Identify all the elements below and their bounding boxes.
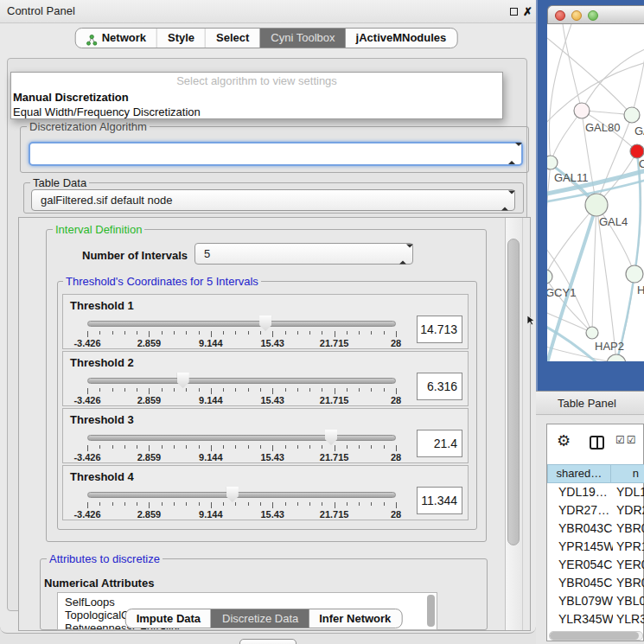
gear-icon[interactable]: ⚙ [557,431,571,450]
tick-mark [211,502,212,508]
threshold-box: Threshold 3-3.4262.8599.14415.4321.71528… [62,408,469,463]
tick-mark [384,388,385,392]
slider-thumb[interactable] [226,487,239,502]
tick-mark [347,445,348,449]
threshold-slider[interactable]: -3.4262.8599.14415.4321.71528 [87,371,396,404]
threshold-value-field[interactable]: 6.316 [417,373,462,400]
table-cell-name: YLR3 [613,610,644,623]
dropdown-option-manual-discretization[interactable]: Manual Discretization [11,90,495,105]
column-header-shared-name[interactable]: shared… [547,464,611,483]
dropdown-option-equal-width-frequency-discretization[interactable]: Equal Width/Frequency Discretization [11,105,495,119]
window-title: Control Panel [7,0,75,22]
algorithm-combobox[interactable] [29,142,523,166]
tick-mark [335,502,335,508]
vertical-scrollbar-thumb[interactable] [507,239,520,545]
threshold-slider[interactable]: -3.4262.8599.14415.4321.71528 [87,485,396,518]
scale-label: -3.426 [73,338,100,348]
slider-track[interactable] [87,492,396,498]
slider-thumb[interactable] [259,316,271,331]
tick-mark [260,388,261,392]
minimize-traffic-light-icon[interactable] [571,10,582,21]
threshold-label: Threshold 1 [70,299,134,312]
slider-thumb[interactable] [325,430,337,445]
tab-select[interactable]: Select [205,29,259,48]
number-of-intervals-combobox[interactable]: 5 [194,243,413,265]
table-cell-shared-name: YBL079W [547,592,613,610]
tick-mark [149,502,150,508]
tick-mark [124,331,125,335]
tick-mark [137,388,137,392]
tab-jactivemnodules[interactable]: jActiveMNodules [346,29,457,48]
tick-mark [162,388,163,392]
combo-stepper-icon[interactable] [501,194,508,207]
table-cell-name: YER0 [613,556,644,574]
table-row[interactable]: YLR345WYLR3 [547,610,644,623]
table-row[interactable]: YBR045CYBR0 [547,574,644,592]
table-row[interactable]: YBR043CYBR0 [547,520,644,538]
table-data-combobox[interactable]: galFiltered.sif default node [31,189,515,211]
slider-track[interactable] [87,435,396,441]
tick-mark [186,502,187,506]
table-row[interactable]: YPR145WYPR1 [547,538,644,556]
column-header-name[interactable]: n [611,464,644,483]
threshold-value-field[interactable]: 11.344 [417,487,462,514]
tick-mark [149,445,150,451]
scale-label: 2.859 [137,509,162,520]
tab-style[interactable]: Style [156,29,205,48]
tab-impute-data[interactable]: Impute Data [126,609,211,628]
tick-mark [285,502,286,506]
slider-track[interactable] [87,321,396,327]
table-cell-name: YPR1 [613,538,644,556]
tab-label: Cyni Toolbox [271,29,335,48]
tick-mark [211,445,212,451]
threshold-slider[interactable]: -3.4262.8599.14415.4321.71528 [87,428,396,461]
tick-mark [297,445,298,449]
network-canvas[interactable]: GAL80GACGAL11GAL4GCY1HHAP2 [547,24,644,361]
number-of-intervals-value: 5 [204,244,210,265]
table-row[interactable]: YDL19…YDL1 [547,483,644,501]
tab-cyni-toolbox[interactable]: Cyni Toolbox [259,29,345,48]
slider-track[interactable] [87,378,396,384]
tab-discretize-data[interactable]: Discretize Data [211,609,309,628]
close-icon[interactable]: ✗ [523,0,532,23]
threshold-value-field[interactable]: 14.713 [417,316,462,343]
tick-mark [235,331,236,335]
list-scrollbar-thumb[interactable] [427,595,435,627]
combo-stepper-icon[interactable] [508,146,515,162]
close-traffic-light-icon[interactable] [555,10,565,21]
columns-icon[interactable] [590,436,604,450]
tick-mark [186,331,187,335]
apply-button[interactable]: Apply [239,639,296,644]
zoom-traffic-light-icon[interactable] [588,10,598,21]
network-window-titlebar[interactable] [547,5,644,24]
tab-network[interactable]: Network [76,29,156,48]
threshold-value-field[interactable]: 21.4 [417,430,462,457]
attribute-list-item[interactable]: SelfLoops [65,596,437,609]
threshold-box: Threshold 4-3.4262.8599.14415.4321.71528… [62,465,469,520]
threshold-slider[interactable]: -3.4262.8599.14415.4321.71528 [87,314,396,347]
table-row[interactable]: YDR27…YDR2 [547,501,644,520]
tick-mark [285,445,286,449]
tick-mark [309,388,310,392]
scale-label: 15.43 [260,338,284,348]
algorithm-dropdown-popup: Select algorithm to view settings Manual… [10,72,503,119]
tick-mark [335,331,335,337]
checkbox-icons[interactable]: ☑☑ [615,434,638,446]
tick-mark [285,331,286,335]
window-edge-highlight [536,0,538,391]
table-row[interactable]: YER054CYER0 [547,556,644,574]
tab-label: Network [102,29,146,48]
table-row[interactable]: YBL079WYBL0 [547,592,644,610]
tab-label: jActiveMNodules [356,29,447,48]
horizontal-scrollbar-thumb[interactable] [550,632,639,640]
tab-infer-network[interactable]: Infer Network [309,609,401,628]
tick-mark [149,331,150,337]
scale-label: 28 [391,338,401,348]
table-cell-shared-name: YPR145W [547,538,613,556]
tick-mark [297,502,298,506]
slider-thumb[interactable] [177,373,189,388]
scale-label: 21.715 [320,452,349,462]
dropdown-hint-option[interactable]: Select algorithm to view settings [11,74,502,87]
combo-stepper-icon[interactable] [399,247,406,260]
float-window-icon[interactable] [510,8,518,16]
